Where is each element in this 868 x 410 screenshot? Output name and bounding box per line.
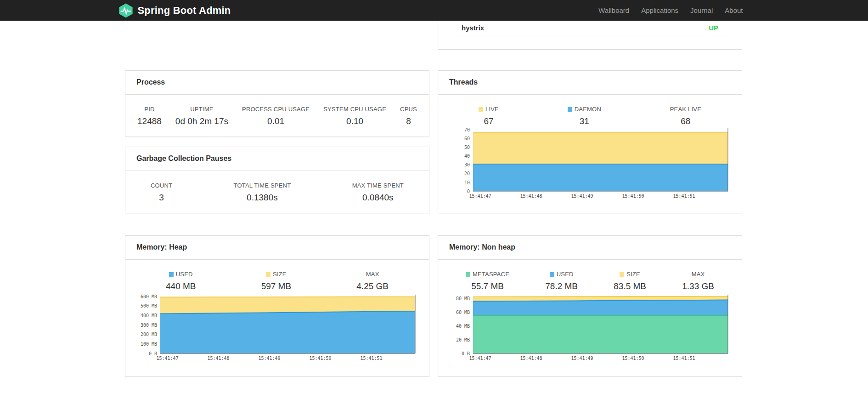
stat-value: 0.1380s bbox=[234, 193, 291, 203]
svg-text:15:41:48: 15:41:48 bbox=[520, 194, 542, 199]
stat-value: 0d 0h 2m 17s bbox=[175, 116, 228, 126]
svg-text:15:41:48: 15:41:48 bbox=[207, 356, 229, 361]
svg-text:20 MB: 20 MB bbox=[456, 337, 470, 342]
stat-value: 440 MB bbox=[166, 281, 196, 291]
stat-label: MAX bbox=[682, 271, 714, 278]
heap-card-title: Memory: Heap bbox=[125, 236, 429, 260]
stat-label: PEAK LIVE bbox=[670, 106, 701, 113]
svg-text:200 MB: 200 MB bbox=[141, 332, 157, 337]
stat-metaspace: METASPACE 55.7 MB bbox=[466, 271, 509, 291]
nav-item-about[interactable]: About bbox=[725, 6, 743, 14]
metaspace-legend-swatch bbox=[466, 272, 470, 277]
threads-card-title: Threads bbox=[438, 71, 742, 95]
svg-text:15:41:49: 15:41:49 bbox=[571, 356, 593, 361]
stat-process-cpu-usage: PROCESS CPU USAGE 0.01 bbox=[242, 106, 310, 126]
svg-text:0: 0 bbox=[467, 189, 470, 194]
stat-label: USED bbox=[176, 271, 193, 278]
application-list: hystrix UP bbox=[450, 21, 730, 36]
stat-label: SIZE bbox=[273, 271, 287, 278]
stat-label: SYSTEM CPU USAGE bbox=[323, 106, 386, 113]
stat-value: 4.25 GB bbox=[356, 281, 389, 291]
memory-nonheap-card: Memory: Non heap METASPACE 55.7 MB USED … bbox=[438, 235, 742, 377]
brand-title: Spring Boot Admin bbox=[138, 5, 231, 17]
nonheap-legend: METASPACE 55.7 MB USED 78.2 MB SIZE 83.5… bbox=[438, 271, 742, 291]
svg-text:30: 30 bbox=[464, 162, 470, 167]
stat-live: LIVE 67 bbox=[479, 106, 499, 126]
stat-size: SIZE 597 MB bbox=[261, 271, 291, 291]
stat-value: 78.2 MB bbox=[545, 281, 578, 291]
stat-max: MAX 1.33 GB bbox=[682, 271, 714, 291]
stat-label: PID bbox=[137, 106, 162, 113]
svg-text:60 MB: 60 MB bbox=[456, 310, 470, 315]
stat-label: LIVE bbox=[485, 106, 499, 113]
svg-text:15:41:51: 15:41:51 bbox=[673, 194, 695, 199]
nonheap-card-title: Memory: Non heap bbox=[438, 236, 742, 260]
application-name[interactable]: hystrix bbox=[462, 24, 484, 32]
threads-legend: LIVE 67 DAEMON 31 PEAK LIVE 68 bbox=[438, 106, 742, 126]
stat-count: COUNT 3 bbox=[151, 182, 172, 203]
size-legend-swatch bbox=[266, 272, 271, 277]
gc-card-title: Garbage Collection Pauses bbox=[125, 147, 429, 171]
svg-text:20: 20 bbox=[464, 171, 470, 176]
stat-label: MAX TIME SPENT bbox=[352, 182, 404, 189]
stat-size: SIZE 83.5 MB bbox=[614, 271, 646, 291]
threads-card: Threads LIVE 67 DAEMON 31 PEAK LIVE 68 0… bbox=[438, 70, 742, 213]
stat-value: 1.33 GB bbox=[682, 281, 714, 291]
svg-text:600 MB: 600 MB bbox=[141, 294, 157, 299]
threads-chart: 01020304050607015:41:4715:41:4815:41:491… bbox=[447, 126, 731, 200]
nav-item-wallboard[interactable]: Wallboard bbox=[598, 6, 629, 14]
stat-label: COUNT bbox=[151, 182, 172, 189]
svg-text:100 MB: 100 MB bbox=[141, 342, 157, 347]
stat-value: 31 bbox=[568, 116, 601, 126]
brand-link[interactable]: Spring Boot Admin bbox=[118, 3, 231, 18]
stat-value: 8 bbox=[400, 116, 417, 126]
applications-panel: hystrix UP bbox=[438, 21, 742, 50]
navbar: Spring Boot Admin Wallboard Applications… bbox=[0, 0, 868, 21]
svg-text:0 B: 0 B bbox=[462, 351, 470, 356]
svg-text:15:41:47: 15:41:47 bbox=[469, 194, 491, 199]
application-row[interactable]: hystrix UP bbox=[450, 21, 730, 36]
svg-text:500 MB: 500 MB bbox=[141, 303, 157, 308]
svg-text:70: 70 bbox=[464, 127, 470, 132]
nav-item-applications[interactable]: Applications bbox=[641, 6, 678, 14]
stat-value: 55.7 MB bbox=[466, 281, 509, 291]
heap-chart: 0 B100 MB200 MB300 MB400 MB500 MB600 MB1… bbox=[135, 293, 418, 363]
stat-total-time-spent: TOTAL TIME SPENT 0.1380s bbox=[234, 182, 291, 203]
stat-value: 0.0840s bbox=[352, 193, 404, 203]
stat-label: MAX bbox=[356, 271, 389, 278]
svg-text:60: 60 bbox=[464, 136, 470, 141]
stat-value: 83.5 MB bbox=[614, 281, 646, 291]
stat-label: USED bbox=[557, 271, 574, 278]
svg-text:400 MB: 400 MB bbox=[141, 313, 157, 318]
nav-item-journal[interactable]: Journal bbox=[690, 6, 713, 14]
process-card-title: Process bbox=[125, 71, 429, 95]
memory-heap-card: Memory: Heap USED 440 MB SIZE 597 MB MAX… bbox=[125, 235, 429, 377]
gc-pauses-card: Garbage Collection Pauses COUNT 3 TOTAL … bbox=[125, 147, 429, 213]
stat-pid: PID 12488 bbox=[137, 106, 162, 126]
stat-max: MAX 4.25 GB bbox=[356, 271, 389, 291]
stat-peak-live: PEAK LIVE 68 bbox=[670, 106, 701, 126]
heap-legend: USED 440 MB SIZE 597 MB MAX 4.25 GB bbox=[125, 271, 429, 291]
svg-text:15:41:50: 15:41:50 bbox=[622, 194, 644, 199]
svg-text:15:41:49: 15:41:49 bbox=[258, 356, 280, 361]
process-card: Process PID 12488 UPTIME 0d 0h 2m 17s PR… bbox=[125, 70, 429, 137]
stat-daemon: DAEMON 31 bbox=[568, 106, 601, 126]
stat-value: 0.01 bbox=[242, 116, 310, 126]
nav-links: Wallboard Applications Journal About bbox=[598, 6, 743, 14]
stat-value: 68 bbox=[670, 116, 701, 126]
stat-used: USED 78.2 MB bbox=[545, 271, 578, 291]
daemon-legend-swatch bbox=[568, 107, 572, 112]
svg-text:15:41:48: 15:41:48 bbox=[520, 356, 542, 361]
navbar-inner: Spring Boot Admin Wallboard Applications… bbox=[125, 0, 743, 21]
live-legend-swatch bbox=[479, 107, 483, 112]
stat-uptime: UPTIME 0d 0h 2m 17s bbox=[175, 106, 228, 126]
stat-system-cpu-usage: SYSTEM CPU USAGE 0.10 bbox=[323, 106, 386, 126]
stat-cpus: CPUS 8 bbox=[400, 106, 417, 126]
stat-label: DAEMON bbox=[575, 106, 601, 113]
gc-stats: COUNT 3 TOTAL TIME SPENT 0.1380s MAX TIM… bbox=[125, 182, 429, 203]
stat-label: UPTIME bbox=[175, 106, 228, 113]
used-legend-swatch bbox=[169, 272, 174, 277]
page-container: hystrix UP Process PID 12488 UPTIME 0d 0… bbox=[125, 0, 743, 410]
stat-label: CPUS bbox=[400, 106, 417, 113]
nonheap-chart: 0 B20 MB40 MB60 MB80 MB15:41:4715:41:481… bbox=[447, 293, 731, 363]
